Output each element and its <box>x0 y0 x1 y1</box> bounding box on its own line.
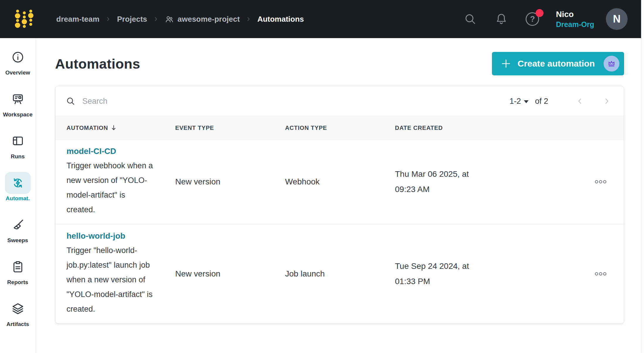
page-range-value: 1-2 <box>510 97 521 106</box>
sidebar-item-reports[interactable]: Reports <box>5 256 31 286</box>
sidebar-item-label: Overview <box>5 69 30 76</box>
bell-icon <box>495 13 508 26</box>
chevron-left-icon <box>575 97 584 106</box>
wandb-logo[interactable] <box>12 8 36 30</box>
avatar[interactable]: N <box>606 8 628 30</box>
project-sidebar: Overview Workspace <box>0 38 36 353</box>
search-input[interactable] <box>82 97 510 106</box>
create-automation-button[interactable]: Create automation <box>492 52 624 75</box>
sidebar-item-workspace[interactable]: Workspace <box>3 88 33 118</box>
arrow-down-icon <box>111 125 117 131</box>
sidebar-item-automations[interactable]: Automat. <box>5 172 31 202</box>
three-dots-menu-icon <box>594 180 607 184</box>
sidebar-item-overview[interactable]: Overview <box>5 46 31 76</box>
next-page-button[interactable] <box>600 95 613 108</box>
page-title: Automations <box>55 56 140 72</box>
sidebar-item-runs[interactable]: Runs <box>5 130 31 160</box>
sidebar-item-label: Automat. <box>6 195 30 202</box>
artifacts-layers-icon <box>11 302 25 315</box>
wandb-dots-logo <box>12 8 36 30</box>
row-menu-button[interactable] <box>593 178 609 186</box>
chevron-right-icon <box>245 16 252 22</box>
premium-badge <box>604 56 619 72</box>
plus-icon <box>501 58 511 69</box>
sidebar-item-label: Reports <box>7 279 28 286</box>
search-button[interactable] <box>463 11 478 27</box>
breadcrumb-team[interactable]: dream-team <box>56 15 99 24</box>
automation-name-link[interactable]: hello-world-job <box>67 231 175 241</box>
automation-name-link[interactable]: model-CI-CD <box>67 147 175 156</box>
column-header-date-created[interactable]: DATE CREATED <box>395 125 533 131</box>
sidebar-item-label: Sweeps <box>7 237 28 244</box>
pagination-total: of 2 <box>535 97 548 106</box>
breadcrumb-project[interactable]: awesome-project <box>165 14 240 24</box>
page-range-dropdown[interactable]: 1-2 <box>510 97 529 106</box>
sidebar-item-label: Runs <box>11 153 25 160</box>
table-row: hello-world-job Trigger "hello-world-job… <box>55 224 624 323</box>
table-row: model-CI-CD Trigger webhook when a new v… <box>55 140 624 224</box>
automation-cell: model-CI-CD Trigger webhook when a new v… <box>67 147 175 217</box>
user-name: Nico <box>556 10 594 19</box>
help-button[interactable]: ? <box>525 11 540 27</box>
info-icon <box>11 50 25 64</box>
sidebar-icon-pill <box>5 172 31 194</box>
event-type-cell: New version <box>175 147 285 217</box>
chevron-right-icon <box>602 97 611 106</box>
crown-icon <box>607 59 616 68</box>
prev-page-button[interactable] <box>573 95 586 108</box>
sidebar-icon-pill <box>5 130 31 152</box>
automation-cell: hello-world-job Trigger "hello-world-job… <box>67 231 175 316</box>
table-header-row: AUTOMATION EVENT TYPE ACTION TYPE DATE C… <box>55 116 624 140</box>
sidebar-item-artifacts[interactable]: Artifacts <box>5 298 31 327</box>
date-created-cell: Tue Sep 24 2024, at 01:33 PM <box>395 231 533 316</box>
automations-sync-bolt-icon <box>11 176 25 190</box>
chevron-right-icon <box>153 16 159 22</box>
action-type-cell: Webhook <box>285 147 395 217</box>
date-created-cell: Thu Mar 06 2025, at 09:23 AM <box>395 147 533 217</box>
user-org: Dream-Org <box>556 20 594 29</box>
topbar-actions: ? Nico Dream-Org N <box>447 8 628 30</box>
sidebar-item-label: Workspace <box>3 111 33 118</box>
column-header-action-type[interactable]: ACTION TYPE <box>285 125 395 131</box>
column-header-event-type[interactable]: EVENT TYPE <box>175 125 285 131</box>
table-toolbar: 1-2 of 2 <box>55 86 624 116</box>
automation-description: Trigger webhook when a new version of "Y… <box>67 158 153 217</box>
team-members-icon <box>165 14 174 24</box>
runs-table-icon <box>11 134 25 148</box>
sweeps-broom-icon <box>11 218 25 232</box>
sidebar-icon-pill <box>5 214 31 236</box>
search-icon <box>464 13 477 26</box>
action-type-cell: Job launch <box>285 231 395 316</box>
row-menu-button[interactable] <box>593 270 609 278</box>
notifications-button[interactable] <box>494 11 509 27</box>
user-menu[interactable]: Nico Dream-Org <box>556 10 594 29</box>
caret-down-icon <box>524 100 529 103</box>
breadcrumb-projects[interactable]: Projects <box>117 15 147 24</box>
sidebar-item-label: Artifacts <box>6 321 29 327</box>
automation-description: Trigger "hello-world-job.py:latest" laun… <box>67 243 153 316</box>
scrollbar[interactable] <box>641 0 644 353</box>
three-dots-menu-icon <box>594 272 607 276</box>
reports-clipboard-icon <box>11 260 25 274</box>
notification-dot <box>536 9 544 17</box>
sidebar-icon-pill <box>5 88 31 110</box>
create-automation-label: Create automation <box>518 59 595 69</box>
sidebar-icon-pill <box>5 256 31 278</box>
breadcrumb: dream-team Projects awesome-project <box>56 14 304 24</box>
main-content: Automations Create automation <box>36 38 641 353</box>
breadcrumb-project-label: awesome-project <box>178 15 240 24</box>
chevron-right-icon <box>105 16 111 22</box>
sidebar-icon-pill <box>5 46 31 68</box>
event-type-cell: New version <box>175 231 285 316</box>
pagination: 1-2 of 2 <box>510 95 613 108</box>
sidebar-item-sweeps[interactable]: Sweeps <box>5 214 31 244</box>
workspace-board-icon <box>11 92 25 106</box>
search-icon <box>66 96 75 106</box>
column-header-automation[interactable]: AUTOMATION <box>67 125 175 131</box>
breadcrumb-current-page: Automations <box>257 15 304 24</box>
automations-table-card: 1-2 of 2 AUTOMAT <box>55 86 624 324</box>
sidebar-icon-pill <box>5 298 31 320</box>
top-navbar: dream-team Projects awesome-project <box>0 0 641 38</box>
